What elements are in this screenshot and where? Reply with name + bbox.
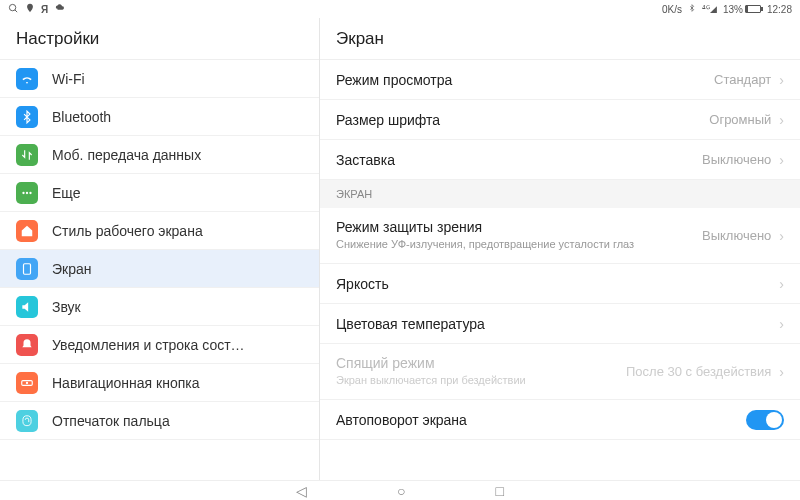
row-eye-protection[interactable]: Режим защиты зрения Снижение УФ-излучени… [320, 208, 800, 264]
row-screensaver[interactable]: Заставка Выключено › [320, 140, 800, 180]
status-bar: Я 0K/s ⁴ᴳ◢ 13% 12:28 [0, 0, 800, 18]
signal-icon: ⁴ᴳ◢ [702, 4, 717, 14]
sidebar-item-more[interactable]: Еще [0, 174, 319, 212]
row-font-size[interactable]: Размер шрифта Огромный › [320, 100, 800, 140]
svg-point-7 [26, 381, 28, 383]
screen-icon [16, 258, 38, 280]
label: Цветовая температура [336, 316, 779, 332]
battery-pct: 13% [723, 4, 743, 15]
sidebar-item-label: Отпечаток пальца [52, 413, 170, 429]
chevron-right-icon: › [779, 112, 784, 128]
value: Стандарт [714, 72, 771, 87]
detail-pane: Экран Режим просмотра Стандарт › Размер … [320, 18, 800, 480]
label: Автоповорот экрана [336, 412, 746, 428]
sidebar-item-wifi[interactable]: Wi-Fi [0, 60, 319, 98]
home-button[interactable]: ○ [397, 483, 405, 499]
label: Спящий режим [336, 355, 626, 371]
sidebar-item-label: Bluetooth [52, 109, 111, 125]
location-icon [25, 3, 35, 15]
wifi-icon [16, 68, 38, 90]
row-view-mode[interactable]: Режим просмотра Стандарт › [320, 60, 800, 100]
notif-icon [16, 334, 38, 356]
label: Режим защиты зрения [336, 219, 702, 235]
yandex-icon: Я [41, 4, 48, 15]
row-sleep-mode: Спящий режим Экран выключается при безде… [320, 344, 800, 400]
finger-icon [16, 410, 38, 432]
autorotate-toggle[interactable] [746, 410, 784, 430]
android-navbar: ◁ ○ □ [0, 480, 800, 500]
subtitle: Экран выключается при бездействии [336, 373, 626, 387]
chevron-right-icon: › [779, 364, 784, 380]
search-icon [8, 3, 19, 16]
chevron-right-icon: › [779, 152, 784, 168]
sidebar-item-notif[interactable]: Уведомления и строка сост… [0, 326, 319, 364]
sidebar-item-label: Стиль рабочего экрана [52, 223, 203, 239]
recents-button[interactable]: □ [496, 483, 504, 499]
row-brightness[interactable]: Яркость › [320, 264, 800, 304]
sidebar-item-nav[interactable]: Навигационная кнопка [0, 364, 319, 402]
chevron-right-icon: › [779, 228, 784, 244]
row-autorotate[interactable]: Автоповорот экрана [320, 400, 800, 440]
data-icon [16, 144, 38, 166]
sidebar-item-bt[interactable]: Bluetooth [0, 98, 319, 136]
detail-title: Экран [320, 18, 800, 60]
sidebar-item-home[interactable]: Стиль рабочего экрана [0, 212, 319, 250]
back-button[interactable]: ◁ [296, 483, 307, 499]
svg-point-2 [22, 191, 24, 193]
sidebar-item-label: Моб. передача данных [52, 147, 201, 163]
svg-line-1 [15, 9, 17, 11]
bluetooth-icon [688, 3, 696, 15]
battery-icon [745, 5, 761, 13]
home-icon [16, 220, 38, 242]
sidebar-item-label: Уведомления и строка сост… [52, 337, 245, 353]
value: Выключено [702, 228, 771, 243]
chevron-right-icon: › [779, 316, 784, 332]
chevron-right-icon: › [779, 72, 784, 88]
sound-icon [16, 296, 38, 318]
sidebar-item-label: Экран [52, 261, 92, 277]
label: Яркость [336, 276, 779, 292]
net-speed: 0K/s [662, 4, 682, 15]
svg-point-0 [9, 4, 15, 10]
sidebar-item-label: Еще [52, 185, 81, 201]
sidebar-item-data[interactable]: Моб. передача данных [0, 136, 319, 174]
chevron-right-icon: › [779, 276, 784, 292]
clock: 12:28 [767, 4, 792, 15]
sidebar-item-screen[interactable]: Экран [0, 250, 319, 288]
more-icon [16, 182, 38, 204]
row-color-temperature[interactable]: Цветовая температура › [320, 304, 800, 344]
svg-point-4 [29, 191, 31, 193]
sidebar-item-label: Звук [52, 299, 81, 315]
settings-sidebar: Настройки Wi-FiBluetoothМоб. передача да… [0, 18, 320, 480]
svg-rect-5 [24, 263, 31, 274]
bt-icon [16, 106, 38, 128]
nav-icon [16, 372, 38, 394]
sidebar-item-finger[interactable]: Отпечаток пальца [0, 402, 319, 440]
sidebar-item-sound[interactable]: Звук [0, 288, 319, 326]
label: Заставка [336, 152, 702, 168]
subtitle: Снижение УФ-излучения, предотвращение ус… [336, 237, 702, 251]
section-screen: ЭКРАН [320, 180, 800, 208]
label: Размер шрифта [336, 112, 709, 128]
sidebar-item-label: Wi-Fi [52, 71, 85, 87]
sidebar-item-label: Навигационная кнопка [52, 375, 200, 391]
cloud-icon [54, 3, 66, 15]
svg-point-3 [26, 191, 28, 193]
value: Выключено [702, 152, 771, 167]
value: Огромный [709, 112, 771, 127]
value: После 30 с бездействия [626, 364, 771, 379]
label: Режим просмотра [336, 72, 714, 88]
sidebar-title: Настройки [0, 18, 319, 60]
